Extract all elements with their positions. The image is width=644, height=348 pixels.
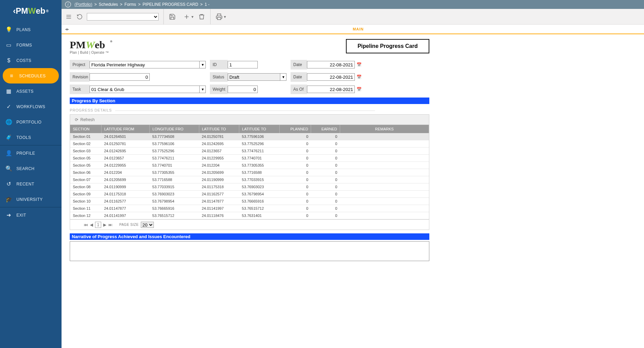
pager-prev-icon[interactable]: ◀ xyxy=(90,222,93,227)
table-row[interactable]: Section 0524.012365753.7747621124.012299… xyxy=(70,155,429,162)
nav-exit[interactable]: ➜EXIT xyxy=(0,207,62,223)
chevron-down-icon[interactable]: ▾ xyxy=(199,61,205,68)
calendar-icon[interactable]: 📅 xyxy=(356,62,362,67)
table-row[interactable]: Section 0724.0120569953.771658824.011909… xyxy=(70,176,429,183)
nav-search[interactable]: 🔍SEARCH xyxy=(0,161,62,176)
table-row[interactable]: Section 0924.0117531853.7690302324.01162… xyxy=(70,191,429,198)
nav-university[interactable]: 🎓UNIVERSITY xyxy=(0,192,62,207)
nav-workflows[interactable]: ✓WORKFLOWS xyxy=(0,99,62,114)
globe-icon: 🌐 xyxy=(5,119,13,125)
revision-input[interactable] xyxy=(90,73,150,81)
add-icon[interactable] xyxy=(183,13,190,21)
task-select[interactable]: ▾ xyxy=(90,86,206,93)
table-row[interactable]: Section 1024.0116257753.7679895424.01147… xyxy=(70,198,429,205)
tab-strip: ◂▸ MAIN xyxy=(62,25,644,34)
table-row[interactable]: Section 0524.0122995553.774070124.012204… xyxy=(70,162,429,169)
table-row[interactable]: Section 1124.0114787753.7666591624.01141… xyxy=(70,205,429,212)
nav-schedules[interactable]: ≡SCHEDULES xyxy=(3,68,59,83)
crumb-portfolio[interactable]: (Portfolio) xyxy=(75,2,92,7)
crumb-schedules[interactable]: Schedules xyxy=(99,2,118,7)
table-row[interactable]: Section 0324.0124269553.7752529624.01236… xyxy=(70,147,429,155)
toolbar: ▾ ▾ xyxy=(0,9,644,25)
grid-icon: ▦ xyxy=(5,88,13,94)
label-date1: Date xyxy=(291,60,307,69)
nav-portfolio[interactable]: 🌐PORTFOLIO xyxy=(0,114,62,130)
project-select[interactable]: ▾ xyxy=(90,61,206,68)
dollar-icon: $ xyxy=(5,57,13,64)
table-row[interactable]: Section 0124.0126450153.7773450824.01250… xyxy=(70,133,429,140)
print-icon[interactable] xyxy=(215,13,223,21)
nav-assets[interactable]: ▦ASSETS xyxy=(0,83,62,99)
card-title: Pipeline Progress Card xyxy=(346,39,429,53)
grid-header: SECTION LATITUDE FROM LONGITUDE FRO LATI… xyxy=(70,125,429,133)
label-task: Task xyxy=(70,85,90,94)
nav-plans[interactable]: 💡PLANS xyxy=(0,22,62,37)
print-dropdown-icon[interactable]: ▾ xyxy=(223,13,227,21)
pager-last-icon[interactable]: ⏭ xyxy=(108,222,112,227)
date1-input[interactable] xyxy=(307,61,355,68)
content-area: ◂▸ MAIN PMWeb® Plan | Build | Operate ™ … xyxy=(62,25,644,266)
grid-pager: ⏮ ◀ 1 ▶ ⏭ PAGE SIZE 20 xyxy=(70,219,429,230)
tab-nav-arrows[interactable]: ◂▸ xyxy=(65,27,69,31)
weight-input[interactable] xyxy=(228,86,258,93)
table-row[interactable]: Section 0824.0119099953.7703391524.01175… xyxy=(70,183,429,191)
table-row[interactable]: Section 0224.0125078153.7759610624.01242… xyxy=(70,140,429,147)
crumb-forms[interactable]: Forms xyxy=(124,2,136,7)
pager-next-icon[interactable]: ▶ xyxy=(103,222,106,227)
user-icon: 👤 xyxy=(5,150,13,156)
table-row[interactable]: Section 1224.0114199753.7651571224.01118… xyxy=(70,212,429,219)
table-row[interactable]: Section 0624.01220453.7730535524.0120569… xyxy=(70,169,429,176)
calendar-icon[interactable]: 📅 xyxy=(356,74,362,80)
label-id: ID xyxy=(210,60,228,69)
add-dropdown-icon[interactable]: ▾ xyxy=(190,13,194,21)
delete-icon[interactable] xyxy=(198,13,205,21)
crumb-card[interactable]: PIPELINE PROGRESS CARD xyxy=(143,2,198,7)
asof-input[interactable] xyxy=(307,86,355,93)
undo-icon[interactable] xyxy=(76,13,83,21)
page-brand: PMWeb® Plan | Build | Operate ™ xyxy=(70,39,109,54)
label-asof: As Of xyxy=(291,85,307,94)
calendar-icon[interactable]: 📅 xyxy=(356,87,362,92)
nav-forms[interactable]: ▭FORMS xyxy=(0,37,62,53)
graduation-icon: 🎓 xyxy=(5,196,13,203)
refresh-icon[interactable]: ⟳ xyxy=(75,117,78,122)
nav-tools[interactable]: 🧳TOOLS xyxy=(0,130,62,145)
search-icon: 🔍 xyxy=(5,165,13,172)
narrative-bar: Narrative of Progress Achieved and Issue… xyxy=(70,233,429,240)
breadcrumb-bar: i (Portfolio) > Schedules > Forms > PIPE… xyxy=(0,0,644,9)
label-project: Project xyxy=(70,60,90,69)
narrative-input[interactable] xyxy=(70,241,429,261)
chevron-down-icon[interactable]: ▾ xyxy=(199,86,205,93)
nav-recent[interactable]: ↺RECENT xyxy=(0,176,62,192)
nav-profile[interactable]: 👤PROFILE xyxy=(0,145,62,161)
label-weight: Weight xyxy=(210,85,228,94)
history-icon: ↺ xyxy=(5,181,13,187)
label-status: Status xyxy=(210,72,228,82)
nav-costs[interactable]: $COSTS xyxy=(0,53,62,68)
pagesize-select[interactable]: 20 xyxy=(141,222,154,228)
check-icon: ✓ xyxy=(5,103,13,110)
info-icon[interactable]: i xyxy=(65,1,71,8)
form-block: Project ▾ Revision Task ▾ ID Status ▾ We… xyxy=(70,60,429,94)
status-select[interactable]: ▾ xyxy=(228,73,286,81)
clipboard-icon: ▭ xyxy=(5,42,13,48)
pager-page[interactable]: 1 xyxy=(95,222,101,228)
briefcase-icon: 🧳 xyxy=(5,134,13,141)
sidebar: ‹PMWeb® 💡PLANS ▭FORMS $COSTS ≡SCHEDULES … xyxy=(0,0,62,266)
grid-toolbar: ⟳Refresh xyxy=(70,115,429,125)
date2-input[interactable] xyxy=(307,73,355,81)
chevron-down-icon[interactable]: ▾ xyxy=(280,74,286,80)
list-icon: ≡ xyxy=(8,73,16,79)
refresh-button[interactable]: Refresh xyxy=(80,117,95,122)
crumb-num: 1 - xyxy=(205,2,210,7)
save-icon[interactable] xyxy=(169,13,176,21)
svg-rect-0 xyxy=(217,17,221,20)
app-logo: ‹PMWeb® xyxy=(0,0,62,22)
pager-first-icon[interactable]: ⏮ xyxy=(84,222,88,227)
id-input[interactable] xyxy=(228,61,258,68)
record-select[interactable] xyxy=(87,13,159,21)
pagesize-label: PAGE SIZE xyxy=(119,223,139,227)
settings-icon[interactable] xyxy=(65,13,72,21)
tab-main[interactable]: MAIN xyxy=(72,27,644,31)
label-date2: Date xyxy=(291,72,307,82)
